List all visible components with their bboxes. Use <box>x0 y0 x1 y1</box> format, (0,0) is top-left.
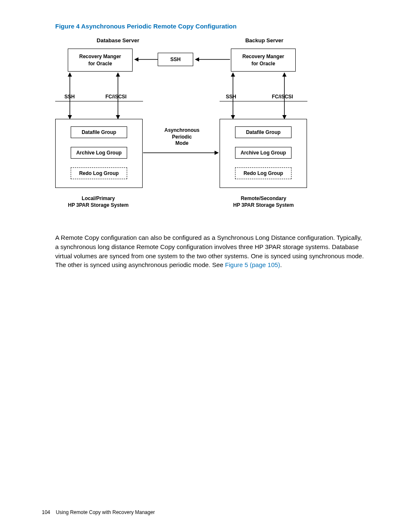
footer-title: Using Remote Copy with Recovery Manager <box>56 509 155 515</box>
archive-right: Archive Log Group <box>235 147 292 159</box>
rm-oracle-left: Recovery Manger for Oracle <box>68 49 133 72</box>
local-label: Local/Primary HP 3PAR Storage System <box>56 195 140 208</box>
rm-oracle-right: Recovery Manger for Oracle <box>231 49 296 72</box>
page-footer: 104 Using Remote Copy with Recovery Mana… <box>42 509 155 515</box>
async-mode-label: Asynchronous Periodic Mode <box>159 127 205 147</box>
fciscsi-right-label: FC/iSCSI <box>272 94 293 100</box>
ssh-right-label: SSH <box>226 94 236 100</box>
figure5-link[interactable]: Figure 5 (page 105) <box>225 261 280 268</box>
page-number: 104 <box>42 509 50 515</box>
remote-label: Remote/Secondary HP 3PAR Storage System <box>222 195 305 208</box>
db-server-header: Database Server <box>87 37 149 44</box>
ssh-box: SSH <box>158 53 193 66</box>
datafile-left: Datafile Group <box>71 126 127 138</box>
ssh-left-label: SSH <box>64 94 75 100</box>
figure-title: Figure 4 Asynchronous Periodic Remote Co… <box>55 23 366 30</box>
fciscsi-left-label: FC/iSCSI <box>105 94 127 100</box>
paragraph-text: A Remote Copy configuration can also be … <box>55 234 364 268</box>
redo-right: Redo Log Group <box>235 167 292 179</box>
body-paragraph: A Remote Copy configuration can also be … <box>55 233 366 270</box>
datafile-right: Datafile Group <box>235 126 292 138</box>
redo-left: Redo Log Group <box>71 167 127 179</box>
paragraph-after: . <box>280 261 282 268</box>
backup-server-header: Backup Server <box>233 37 296 44</box>
diagram: Database Server Backup Server Recovery M… <box>55 37 323 221</box>
archive-left: Archive Log Group <box>71 147 127 159</box>
